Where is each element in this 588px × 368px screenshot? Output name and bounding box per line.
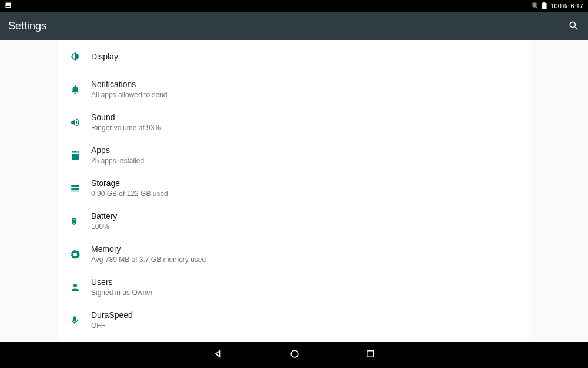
settings-item-duraspeed[interactable]: DuraSpeedOFF xyxy=(59,304,529,337)
battery-icon xyxy=(542,2,547,11)
settings-item-sound[interactable]: SoundRinger volume at 93% xyxy=(59,106,529,139)
home-icon xyxy=(289,348,300,360)
item-subtitle: Signed in as Owner xyxy=(91,289,153,298)
status-bar: 100% 6:17 xyxy=(0,0,588,12)
content-area: DisplayNotificationsAll apps allowed to … xyxy=(0,40,588,342)
back-button[interactable] xyxy=(212,348,224,362)
back-icon xyxy=(212,348,224,360)
battery-icon xyxy=(70,216,91,227)
image-icon xyxy=(5,2,12,10)
item-title: Users xyxy=(91,277,153,287)
battery-percent: 100% xyxy=(550,2,567,9)
apps-icon xyxy=(70,150,91,161)
item-subtitle: All apps allowed to send xyxy=(91,91,167,100)
settings-item-display[interactable]: Display xyxy=(59,40,529,73)
navigation-bar xyxy=(0,342,588,368)
settings-item-notifications[interactable]: NotificationsAll apps allowed to send xyxy=(59,73,529,106)
search-button[interactable] xyxy=(568,20,580,32)
settings-item-battery[interactable]: Battery100% xyxy=(59,205,529,238)
svg-point-0 xyxy=(291,350,298,357)
sound-icon xyxy=(70,117,91,128)
item-title: DuraSpeed xyxy=(91,310,133,320)
item-title: Battery xyxy=(91,211,117,221)
no-sim-icon xyxy=(531,2,538,10)
item-title: Display xyxy=(91,51,118,62)
svg-rect-1 xyxy=(368,350,374,357)
item-subtitle: Avg 789 MB of 3.7 GB memory used xyxy=(91,256,206,265)
item-subtitle: OFF xyxy=(91,321,133,331)
item-subtitle: 100% xyxy=(91,223,117,232)
clock: 6:17 xyxy=(571,2,583,9)
page-title: Settings xyxy=(8,20,46,32)
app-bar: Settings xyxy=(0,12,588,40)
memory-icon xyxy=(70,249,91,260)
settings-item-apps[interactable]: Apps25 apps installed xyxy=(59,139,529,172)
item-title: Apps xyxy=(91,145,144,155)
recents-button[interactable] xyxy=(365,349,376,362)
item-title: Storage xyxy=(91,178,168,188)
home-button[interactable] xyxy=(289,348,300,362)
display-icon xyxy=(70,51,91,62)
users-icon xyxy=(70,282,91,293)
settings-item-storage[interactable]: Storage0.90 GB of 122 GB used xyxy=(59,172,529,205)
settings-item-memory[interactable]: MemoryAvg 789 MB of 3.7 GB memory used xyxy=(59,238,529,271)
item-subtitle: Ringer volume at 93% xyxy=(91,124,161,133)
storage-icon xyxy=(70,183,91,194)
settings-list: DisplayNotificationsAll apps allowed to … xyxy=(59,40,529,342)
settings-item-users[interactable]: UsersSigned in as Owner xyxy=(59,271,529,304)
item-title: Notifications xyxy=(91,79,167,89)
item-title: Sound xyxy=(91,112,161,122)
item-subtitle: 0.90 GB of 122 GB used xyxy=(91,190,168,199)
notifications-icon xyxy=(70,84,91,95)
item-title: Memory xyxy=(91,244,206,254)
recents-icon xyxy=(365,349,376,359)
search-icon xyxy=(568,20,580,32)
item-subtitle: 25 apps installed xyxy=(91,157,144,166)
duraspeed-icon xyxy=(70,315,91,326)
